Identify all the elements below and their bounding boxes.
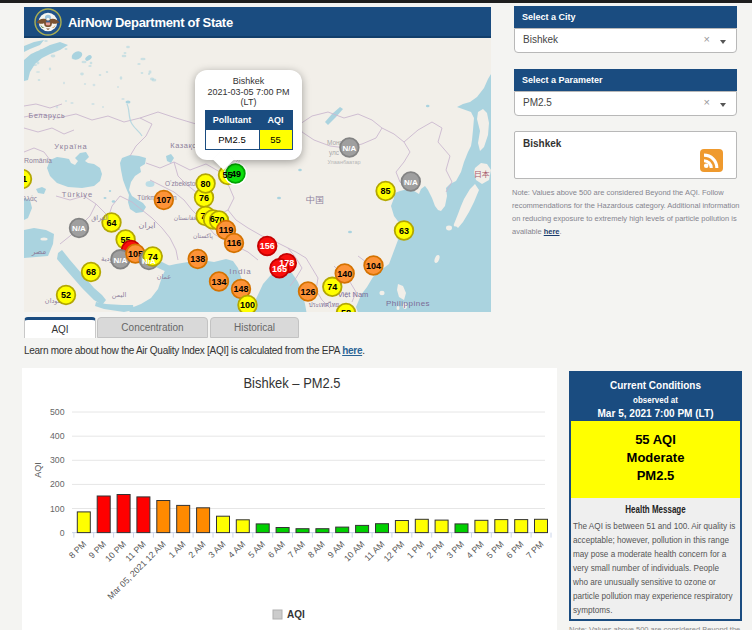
svg-text:AQI: AQI: [33, 462, 43, 478]
svg-text:400: 400: [50, 431, 65, 441]
svg-text:74: 74: [148, 252, 158, 262]
svg-text:日本: 日本: [474, 170, 490, 179]
svg-text:N/A: N/A: [343, 144, 357, 153]
svg-text:العراق: العراق: [91, 214, 109, 222]
svg-text:100: 100: [50, 504, 65, 514]
svg-text:Oʼzbekiston: Oʼzbekiston: [165, 180, 199, 187]
svg-text:中国: 中国: [306, 195, 324, 205]
svg-text:N/A: N/A: [114, 256, 128, 265]
svg-text:148: 148: [233, 284, 248, 294]
svg-text:Türkiye: Türkiye: [62, 190, 94, 199]
svg-text:ประเทศไทย: ประเทศไทย: [309, 301, 340, 308]
svg-text:104: 104: [366, 261, 381, 271]
svg-text:عمان: عمان: [157, 273, 172, 280]
svg-text:116: 116: [227, 238, 242, 248]
svg-text:156: 156: [260, 241, 275, 251]
svg-text:Беларусь: Беларусь: [28, 112, 65, 120]
svg-text:107: 107: [156, 195, 171, 205]
svg-text:Bishkek – PM2.5: Bishkek – PM2.5: [244, 375, 341, 391]
svg-text:300: 300: [50, 455, 65, 465]
svg-text:مصر: مصر: [31, 247, 47, 256]
svg-text:74: 74: [327, 282, 337, 292]
svg-text:68: 68: [86, 267, 96, 277]
svg-text:134: 134: [211, 277, 226, 287]
svg-text:126: 126: [300, 287, 315, 297]
svg-text:اليمن: اليمن: [112, 291, 127, 299]
svg-text:140: 140: [337, 269, 352, 279]
svg-text:N/A: N/A: [72, 224, 86, 233]
svg-text:AQI: AQI: [287, 609, 305, 620]
svg-text:Philippines: Philippines: [386, 299, 430, 308]
svg-text:80: 80: [201, 179, 211, 189]
svg-text:85: 85: [381, 186, 391, 196]
svg-text:200: 200: [50, 479, 65, 489]
svg-text:افغانستان: افغانستان: [174, 215, 199, 221]
svg-text:N/A: N/A: [404, 178, 418, 187]
svg-text:România: România: [24, 157, 52, 164]
svg-text:Ελλάς: Ελλάς: [24, 195, 37, 203]
svg-text:India: India: [229, 267, 251, 276]
svg-text:165: 165: [272, 264, 287, 274]
svg-text:Việt Nam: Việt Nam: [338, 290, 369, 299]
svg-text:52: 52: [61, 290, 71, 300]
svg-text:58: 58: [341, 308, 351, 312]
svg-text:100: 100: [240, 300, 255, 310]
svg-text:138: 138: [190, 254, 205, 264]
svg-text:76: 76: [199, 193, 209, 203]
svg-text:0: 0: [60, 528, 65, 538]
svg-text:Улаанбаатар: Улаанбаатар: [327, 159, 360, 165]
svg-text:улс: улс: [329, 149, 340, 157]
svg-text:51: 51: [24, 174, 27, 184]
svg-text:500: 500: [50, 407, 65, 417]
svg-text:ایران: ایران: [139, 221, 156, 230]
svg-text:Україна: Україна: [54, 142, 87, 151]
svg-text:پاکستان: پاکستان: [193, 233, 213, 240]
svg-text:63: 63: [399, 226, 409, 236]
svg-text:49: 49: [231, 169, 241, 179]
